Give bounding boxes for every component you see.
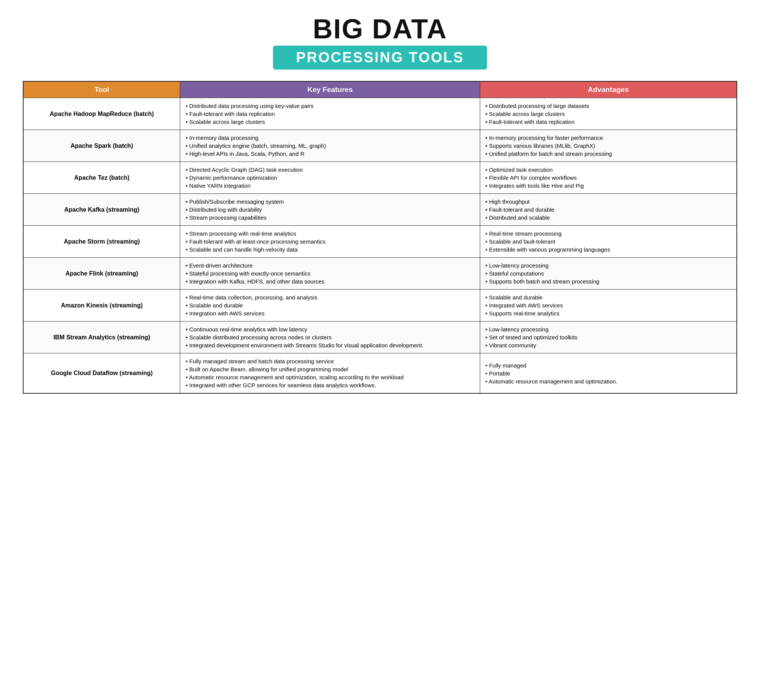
advantages-cell: Low-latency processingSet of tested and … [480,321,737,353]
feature-item: High-level APIs in Java, Scala, Python, … [186,150,474,158]
tool-name: Apache Storm (streaming) [64,238,140,245]
advantages-cell: Fully managedPortableAutomatic resource … [480,353,737,394]
advantage-item: Fully managed [486,361,731,369]
features-cell: Distributed data processing using key-va… [180,98,480,130]
advantages-cell: Real-time stream processingScalable and … [480,226,737,258]
feature-item: Publish/Subscribe messaging system [186,198,474,206]
advantage-item: Stateful computations [486,269,731,277]
feature-item: Native YARN integration [186,182,474,190]
advantage-item: Integrates with tools like Hive and Pig [486,182,731,190]
table-row: Apache Spark (batch)In-memory data proce… [23,130,737,162]
advantage-item: Extensible with various programming lang… [486,245,731,253]
tool-name: Google Cloud Dataflow (streaming) [51,370,153,376]
table-header-row: Tool Key Features Advantages [23,81,737,98]
advantages-cell: Low-latency processingStateful computati… [480,258,737,290]
tool-cell: Apache Flink (streaming) [23,258,180,290]
col-header-advantages: Advantages [480,81,737,98]
advantages-cell: In-memory processing for faster performa… [480,130,737,162]
advantage-item: Low-latency processing [486,325,731,333]
feature-item: In-memory data processing [186,134,474,142]
feature-item: Automatic resource management and optimi… [186,373,474,381]
feature-item: Integration with Kafka, HDFS, and other … [186,277,474,285]
tool-cell: Google Cloud Dataflow (streaming) [23,353,180,394]
advantage-item: Scalable across large clusters [486,110,731,118]
features-cell: Fully managed stream and batch data proc… [180,353,480,394]
advantage-item: Portable [486,369,731,377]
tool-name: Apache Tez (batch) [74,174,130,181]
tool-cell: Amazon Kinesis (streaming) [23,290,180,321]
table-row: Google Cloud Dataflow (streaming)Fully m… [23,353,737,394]
feature-item: Scalable across large clusters [186,118,474,126]
tool-cell: Apache Tez (batch) [23,162,180,194]
advantage-item: Real-time stream processing [486,230,731,238]
feature-item: Distributed data processing using key-va… [186,102,474,110]
tool-name: Apache Spark (batch) [70,143,133,149]
tool-cell: Apache Hadoop MapReduce (batch) [23,98,180,130]
feature-item: Scalable and can handle high-velocity da… [186,245,474,253]
advantage-item: Distributed processing of large datasets [486,102,731,110]
advantage-item: Unified platform for batch and stream pr… [486,150,731,158]
feature-item: Distributed log with durability [186,206,474,214]
features-cell: Real-time data collection, processing, a… [180,290,480,321]
feature-item: Integration with AWS services [186,309,474,317]
tool-name: Apache Flink (streaming) [65,270,138,277]
table-row: Apache Kafka (streaming)Publish/Subscrib… [23,194,737,226]
feature-item: Fault-tolerant with at-least-once proces… [186,238,474,245]
main-table: Tool Key Features Advantages Apache Hado… [23,81,737,394]
feature-item: Stateful processing with exactly-once se… [186,269,474,277]
feature-item: Fully managed stream and batch data proc… [186,357,474,365]
subtitle-text: PROCESSING TOOLS [296,49,464,65]
feature-item: Stream processing capabilities [186,214,474,222]
advantages-cell: Scalable and durableIntegrated with AWS … [480,290,737,321]
tool-cell: Apache Storm (streaming) [23,226,180,258]
advantage-item: Fault-tolerant and durable [486,206,731,214]
tool-cell: Apache Spark (batch) [23,130,180,162]
advantage-item: Fault-tolerant with data replication [486,118,731,126]
advantage-item: Vibrant community [486,341,731,349]
advantage-item: Flexible API for complex workflows [486,174,731,182]
features-cell: Event-driven architectureStateful proces… [180,258,480,290]
col-header-tool: Tool [23,81,180,98]
features-cell: Directed Acyclic Graph (DAG) task execut… [180,162,480,194]
advantage-item: Automatic resource management and optimi… [486,377,731,385]
advantages-cell: Optimized task executionFlexible API for… [480,162,737,194]
feature-item: Event-driven architecture [186,261,474,269]
feature-item: Scalable and durable [186,301,474,309]
features-cell: Publish/Subscribe messaging systemDistri… [180,194,480,226]
tool-name: Apache Kafka (streaming) [64,206,139,213]
advantages-cell: High throughputFault-tolerant and durabl… [480,194,737,226]
feature-item: Unified analytics engine (batch, streami… [186,142,474,150]
feature-item: Integrated development environment with … [186,341,474,349]
feature-item: Continuous real-time analytics with low … [186,325,474,333]
advantage-item: Distributed and scalable [486,214,731,222]
advantage-item: Set of tested and optimized toolkits [486,333,731,341]
advantage-item: Low-latency processing [486,261,731,269]
feature-item: Real-time data collection, processing, a… [186,293,474,301]
advantage-item: Supports various libraries (MLlib, Graph… [486,142,731,150]
subtitle-banner: PROCESSING TOOLS [273,46,487,70]
tool-cell: IBM Stream Analytics (streaming) [23,321,180,353]
feature-item: Dynamic performance optimization [186,174,474,182]
advantage-item: In-memory processing for faster performa… [486,134,731,142]
advantage-item: Scalable and durable [486,293,731,301]
advantage-item: Scalable and fault-tolerant [486,238,731,245]
feature-item: Directed Acyclic Graph (DAG) task execut… [186,166,474,174]
feature-item: Integrated with other GCP services for s… [186,381,474,389]
tool-cell: Apache Kafka (streaming) [23,194,180,226]
col-header-features: Key Features [180,81,480,98]
main-title: BIG DATA [273,15,487,43]
feature-item: Fault-tolerant with data replication [186,110,474,118]
advantage-item: Integrated with AWS services [486,301,731,309]
table-row: Apache Tez (batch)Directed Acyclic Graph… [23,162,737,194]
table-row: Amazon Kinesis (streaming)Real-time data… [23,290,737,321]
advantage-item: Supports real-time analytics [486,309,731,317]
feature-item: Scalable distributed processing across n… [186,333,474,341]
table-row: Apache Flink (streaming)Event-driven arc… [23,258,737,290]
tool-name: Amazon Kinesis (streaming) [61,302,143,309]
feature-item: Built on Apache Beam, allowing for unifi… [186,365,474,373]
features-cell: Continuous real-time analytics with low … [180,321,480,353]
advantage-item: High throughput [486,198,731,206]
feature-item: Stream processing with real-time analyti… [186,230,474,238]
page-header: BIG DATA PROCESSING TOOLS [273,15,487,70]
table-row: IBM Stream Analytics (streaming)Continuo… [23,321,737,353]
